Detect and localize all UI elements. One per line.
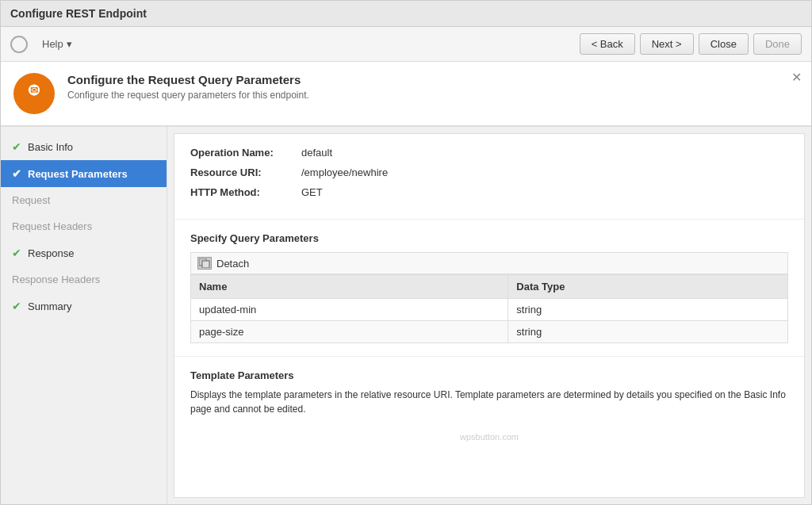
help-button[interactable]: Help ▾ [34, 34, 80, 54]
sidebar-item-label: Summary [28, 300, 72, 312]
query-params-section: Specify Query Parameters Detach Name [174, 220, 804, 356]
sidebar-item-request-parameters[interactable]: ✔ Request Parameters [1, 160, 167, 187]
operation-name-row: Operation Name: default [190, 147, 788, 159]
detach-icon [197, 257, 212, 270]
sidebar-item-response-headers[interactable]: Response Headers [1, 266, 167, 293]
params-table: Name Data Type updated-min string page-s… [190, 274, 788, 343]
configure-rest-endpoint-window: Configure REST Endpoint Help ▾ < Back Ne… [0, 0, 812, 505]
query-params-title: Specify Query Parameters [190, 232, 788, 244]
check-icon-active: ✔ [12, 167, 21, 180]
cell-datatype: string [508, 321, 788, 343]
sidebar-item-label: Basic Info [28, 141, 73, 153]
svg-rect-3 [202, 261, 209, 268]
template-params-section: Template Parameters Displays the templat… [174, 356, 804, 429]
sidebar-item-request-headers[interactable]: Request Headers [1, 213, 167, 239]
done-button[interactable]: Done [753, 33, 802, 55]
toolbar-left: Help ▾ [10, 34, 80, 54]
next-button[interactable]: Next > [640, 33, 694, 55]
http-method-value: GET [301, 186, 323, 198]
sidebar-item-label: Request Parameters [28, 168, 128, 180]
sidebar-item-response[interactable]: ✔ Response [1, 239, 167, 266]
sidebar-item-label: Response [28, 247, 75, 259]
main-panel: Operation Name: default Resource URI: /e… [174, 133, 805, 498]
detach-label: Detach [216, 258, 249, 270]
sidebar-item-summary[interactable]: ✔ Summary [1, 293, 167, 319]
sidebar-item-basic-info[interactable]: ✔ Basic Info [1, 133, 167, 160]
chevron-down-icon: ▾ [67, 38, 72, 50]
cell-datatype: string [508, 299, 788, 321]
check-icon-summary: ✔ [12, 300, 21, 312]
template-desc-text: Displays the template parameters in the … [190, 389, 786, 415]
operation-name-label: Operation Name: [190, 147, 301, 159]
cell-name: page-size [191, 321, 508, 343]
operation-name-value: default [301, 147, 332, 159]
header-close-button[interactable]: ✕ [791, 70, 802, 85]
col-name: Name [191, 275, 508, 299]
http-method-label: HTTP Method: [190, 186, 301, 198]
resource-uri-row: Resource URI: /employee/newhire [190, 166, 788, 178]
table-header-row: Name Data Type [191, 275, 788, 299]
template-params-title: Template Parameters [190, 369, 788, 381]
col-datatype: Data Type [508, 275, 788, 299]
header-subtitle: Configure the request query parameters f… [67, 90, 309, 101]
table-row[interactable]: updated-min string [191, 299, 788, 321]
window-title: Configure REST Endpoint [10, 7, 147, 20]
sidebar-item-label: Request [12, 194, 50, 206]
content-area: ✔ Basic Info ✔ Request Parameters Reques… [1, 127, 811, 504]
help-label: Help [42, 38, 63, 50]
template-params-desc: Displays the template parameters in the … [190, 388, 788, 416]
sidebar-item-label: Response Headers [12, 274, 100, 285]
watermark-text: wpsbutton.com [460, 432, 519, 442]
watermark: wpsbutton.com [174, 429, 804, 445]
resource-uri-label: Resource URI: [190, 166, 301, 178]
check-icon: ✔ [12, 140, 21, 153]
spinner-icon [10, 36, 28, 53]
sidebar-item-label: Request Headers [12, 220, 92, 232]
endpoint-svg-icon: ✉ [21, 81, 47, 106]
svg-text:✉: ✉ [30, 86, 38, 95]
toolbar: Help ▾ < Back Next > Close Done [1, 27, 811, 62]
header-section: ✉ Configure the Request Query Parameters… [1, 62, 811, 127]
title-bar: Configure REST Endpoint [1, 1, 811, 27]
detach-bar[interactable]: Detach [190, 252, 788, 274]
detach-svg [199, 258, 210, 268]
close-button[interactable]: Close [699, 33, 749, 55]
header-icon: ✉ [13, 73, 55, 114]
cell-name: updated-min [191, 299, 508, 321]
header-text: Configure the Request Query Parameters C… [67, 73, 309, 101]
header-title: Configure the Request Query Parameters [67, 73, 309, 86]
sidebar-item-request[interactable]: Request [1, 187, 167, 213]
resource-uri-value: /employee/newhire [301, 166, 388, 178]
http-method-row: HTTP Method: GET [190, 186, 788, 198]
info-section: Operation Name: default Resource URI: /e… [174, 134, 804, 220]
back-button[interactable]: < Back [580, 33, 635, 55]
check-icon-response: ✔ [12, 247, 21, 259]
table-row[interactable]: page-size string [191, 321, 788, 343]
sidebar: ✔ Basic Info ✔ Request Parameters Reques… [1, 127, 167, 504]
